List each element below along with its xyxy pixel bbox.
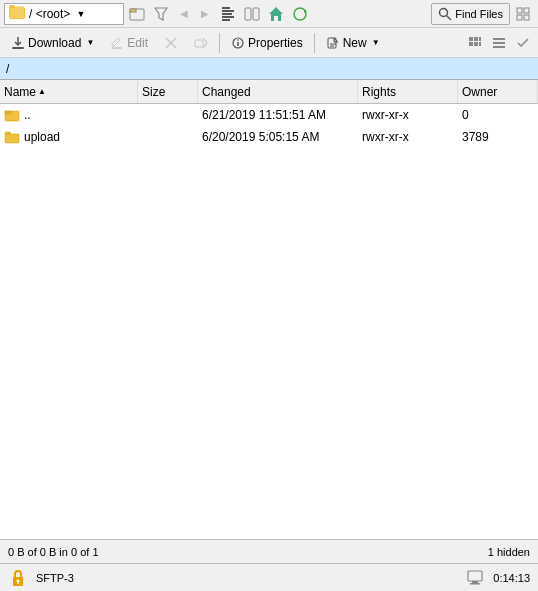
- svg-line-13: [447, 15, 452, 20]
- download-dropdown-icon[interactable]: ▼: [86, 38, 94, 47]
- view-list-btn[interactable]: [488, 32, 510, 54]
- status-right: 1 hidden: [488, 546, 530, 558]
- download-btn[interactable]: Download ▼: [4, 31, 101, 55]
- bottom-left: SFTP-3: [8, 568, 74, 588]
- file-list: ..6/21/2019 11:51:51 AMrwxr-xr-x0 upload…: [0, 104, 538, 539]
- svg-rect-1: [130, 9, 136, 12]
- file-name: upload: [24, 130, 60, 144]
- current-path: /: [6, 62, 9, 76]
- svg-rect-40: [5, 134, 19, 143]
- file-list-header: Name ▲ Size Changed Rights Owner: [0, 80, 538, 104]
- svg-rect-17: [524, 15, 529, 20]
- svg-rect-4: [222, 10, 234, 12]
- move-btn[interactable]: [187, 31, 215, 55]
- column-header-owner[interactable]: Owner: [458, 80, 538, 103]
- file-rights-cell: rwxr-xr-x: [358, 108, 458, 122]
- sort-arrow-icon: ▲: [38, 87, 46, 96]
- svg-rect-45: [472, 581, 478, 583]
- lock-icon[interactable]: [8, 568, 28, 588]
- current-path-bar: /: [0, 58, 538, 80]
- toolbar-navigation: / <root> ▼ ◀ ▶: [0, 0, 538, 28]
- svg-rect-34: [479, 42, 481, 46]
- svg-rect-7: [222, 19, 230, 21]
- file-name: ..: [24, 108, 31, 122]
- view-toggle-btn[interactable]: [464, 32, 486, 54]
- svg-rect-46: [470, 583, 480, 585]
- file-name-cell: upload: [0, 129, 138, 145]
- back-btn[interactable]: ◀: [174, 4, 194, 24]
- parent-dir-icon: [4, 107, 20, 123]
- download-label: Download: [28, 36, 81, 50]
- delete-btn[interactable]: [157, 31, 185, 55]
- separator-1: [219, 33, 220, 53]
- svg-rect-14: [517, 8, 522, 13]
- svg-point-42: [17, 579, 20, 582]
- svg-rect-15: [524, 8, 529, 13]
- column-size-label: Size: [142, 85, 165, 99]
- svg-rect-39: [5, 111, 11, 114]
- properties-label: Properties: [248, 36, 303, 50]
- file-name-cell: ..: [0, 107, 138, 123]
- table-row[interactable]: upload6/20/2019 5:05:15 AMrwxr-xr-x3789: [0, 126, 538, 148]
- svg-rect-16: [517, 15, 522, 20]
- new-label: New: [343, 36, 367, 50]
- svg-rect-6: [222, 16, 234, 18]
- svg-marker-2: [155, 8, 167, 20]
- find-files-label: Find Files: [455, 8, 503, 20]
- toolbar-actions: Download ▼ Edit Properties: [0, 28, 538, 58]
- checkmark-btn[interactable]: [512, 32, 534, 54]
- svg-point-12: [440, 8, 448, 16]
- svg-rect-8: [245, 8, 251, 20]
- edit-label: Edit: [127, 36, 148, 50]
- svg-rect-36: [493, 42, 505, 44]
- svg-marker-10: [269, 7, 283, 21]
- find-files-btn[interactable]: Find Files: [431, 3, 510, 25]
- bottom-right: 0:14:13: [465, 568, 530, 588]
- home-btn[interactable]: [265, 3, 287, 25]
- bookmarks-btn[interactable]: [217, 3, 239, 25]
- dropdown-arrow-icon[interactable]: ▼: [76, 9, 85, 19]
- bookmarks2-btn[interactable]: [241, 3, 263, 25]
- svg-rect-22: [195, 40, 203, 47]
- file-changed-cell: 6/21/2019 11:51:51 AM: [198, 108, 358, 122]
- new-dropdown-icon[interactable]: ▼: [372, 38, 380, 47]
- file-rights-cell: rwxr-xr-x: [358, 130, 458, 144]
- edit-btn[interactable]: Edit: [103, 31, 155, 55]
- bottom-bar: SFTP-3 0:14:13: [0, 563, 538, 591]
- svg-rect-33: [474, 42, 478, 46]
- more-options-btn[interactable]: [512, 3, 534, 25]
- folder-view-btn[interactable]: [126, 3, 148, 25]
- folder-icon: [4, 129, 20, 145]
- svg-rect-31: [479, 37, 481, 41]
- monitor-icon[interactable]: [465, 568, 485, 588]
- svg-rect-5: [222, 13, 232, 15]
- svg-rect-37: [493, 46, 505, 48]
- new-btn[interactable]: New ▼: [319, 31, 387, 55]
- column-header-rights[interactable]: Rights: [358, 80, 458, 103]
- file-owner-cell: 0: [458, 108, 538, 122]
- breadcrumb-path[interactable]: / <root> ▼: [4, 3, 124, 25]
- column-header-changed[interactable]: Changed: [198, 80, 358, 103]
- svg-rect-3: [222, 7, 230, 9]
- svg-rect-18: [12, 47, 24, 49]
- svg-point-25: [237, 39, 239, 41]
- column-rights-label: Rights: [362, 85, 396, 99]
- file-owner-cell: 3789: [458, 130, 538, 144]
- svg-rect-29: [469, 37, 473, 41]
- column-header-size[interactable]: Size: [138, 80, 198, 103]
- forward-btn[interactable]: ▶: [195, 4, 215, 24]
- separator-2: [314, 33, 315, 53]
- svg-rect-9: [253, 8, 259, 20]
- column-owner-label: Owner: [462, 85, 497, 99]
- folder-icon: [9, 5, 25, 22]
- svg-rect-35: [493, 38, 505, 40]
- refresh-btn[interactable]: [289, 3, 311, 25]
- filter-btn[interactable]: [150, 3, 172, 25]
- properties-btn[interactable]: Properties: [224, 31, 310, 55]
- time-label: 0:14:13: [493, 572, 530, 584]
- svg-rect-44: [468, 571, 482, 581]
- column-name-label: Name: [4, 85, 36, 99]
- column-header-name[interactable]: Name ▲: [0, 80, 138, 103]
- table-row[interactable]: ..6/21/2019 11:51:51 AMrwxr-xr-x0: [0, 104, 538, 126]
- svg-rect-32: [469, 42, 473, 46]
